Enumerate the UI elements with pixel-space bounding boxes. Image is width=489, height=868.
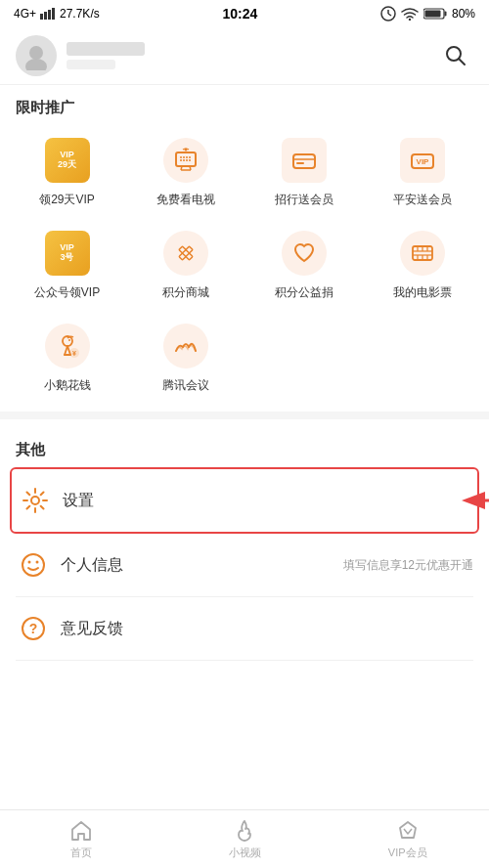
zhaohang-label: 招行送会员 (275, 192, 333, 208)
svg-rect-32 (178, 253, 185, 260)
svg-point-18 (183, 156, 185, 158)
svg-point-24 (189, 159, 191, 161)
svg-rect-10 (424, 11, 440, 18)
vip29-label: 领29天VIP (39, 192, 95, 208)
svg-point-22 (183, 159, 185, 161)
feedback-label: 意见反馈 (61, 619, 473, 639)
svg-line-14 (459, 59, 465, 65)
grid-item-movie[interactable]: 我的电影票 (363, 218, 481, 311)
svg-point-52 (36, 561, 39, 564)
gear-icon-container (18, 483, 53, 518)
promo-grid-row2: VIP3号 公众号领VIP 积分商城 (0, 218, 489, 311)
clock-icon (380, 6, 396, 22)
gear-icon (22, 487, 49, 514)
charity-label: 积分公益捐 (275, 284, 333, 301)
svg-rect-2 (48, 10, 51, 20)
profile-item[interactable]: 个人信息 填写信息享12元优惠开通 (16, 534, 473, 597)
home-label: 首页 (70, 846, 92, 860)
video-label: 小视频 (229, 846, 261, 860)
other-section-title: 其他 (0, 427, 489, 467)
grid-item-freetv[interactable]: 免费看电视 (126, 125, 244, 218)
svg-point-50 (22, 554, 44, 576)
battery-text: 80% (452, 7, 475, 21)
svg-rect-1 (44, 12, 47, 20)
settings-label: 设置 (63, 491, 471, 511)
nav-item-home[interactable]: 首页 (0, 810, 163, 868)
zhaohang-icon (279, 135, 330, 186)
svg-point-19 (186, 156, 188, 158)
svg-rect-0 (40, 14, 43, 20)
speed-text: 27.7K/s (60, 7, 100, 21)
smiley-icon-container (16, 547, 51, 583)
pingan-icon: VIP (397, 135, 448, 186)
xiaohe-label: 小鹅花钱 (44, 377, 91, 394)
profile-label: 个人信息 (61, 555, 343, 576)
status-left: 4G+ 27.7K/s (14, 7, 100, 21)
meeting-label: 腾讯会议 (162, 377, 209, 394)
grid-item-charity[interactable]: 积分公益捐 (244, 218, 363, 311)
header (0, 27, 489, 85)
status-bar: 4G+ 27.7K/s 10:24 80% (0, 0, 489, 27)
svg-line-6 (388, 14, 391, 16)
vip-label: VIP会员 (388, 846, 427, 860)
points-icon (160, 228, 211, 279)
svg-point-7 (409, 19, 411, 21)
svg-rect-25 (293, 154, 315, 168)
grid-item-xiaohe[interactable]: ¥ 小鹅花钱 (8, 311, 126, 404)
settings-item[interactable]: 设置 (10, 467, 479, 534)
svg-point-12 (25, 59, 47, 70)
red-arrow (458, 486, 489, 515)
svg-point-47 (31, 497, 39, 504)
svg-text:?: ? (29, 621, 38, 636)
avatar[interactable] (16, 35, 57, 76)
svg-point-21 (180, 159, 182, 161)
vip29-icon: VIP29天 (42, 135, 93, 186)
promo-section-title: 限时推广 (0, 85, 489, 125)
user-sub-blur (67, 60, 115, 69)
meeting-icon (160, 321, 211, 371)
grid-item-zhaohang[interactable]: 招行送会员 (244, 125, 363, 218)
svg-rect-30 (178, 246, 185, 253)
freetv-icon (160, 135, 211, 186)
profile-sub: 填写信息享12元优惠开通 (343, 557, 473, 574)
question-icon: ? (20, 615, 47, 642)
nav-item-video[interactable]: 小视频 (163, 810, 327, 868)
search-icon (445, 45, 467, 66)
bottom-nav: 首页 小视频 VIP会员 (0, 809, 489, 868)
vip-nav-icon (396, 819, 420, 843)
gzh-vip-label: 公众号领VIP (34, 284, 100, 301)
svg-point-17 (180, 156, 182, 158)
feedback-item[interactable]: ? 意见反馈 (16, 597, 473, 661)
grid-item-vip29[interactable]: VIP29天 领29天VIP (8, 125, 126, 218)
pingan-label: 平安送会员 (393, 192, 452, 208)
svg-point-20 (189, 156, 191, 158)
svg-rect-15 (176, 152, 196, 166)
xiaohe-icon: ¥ (42, 321, 93, 371)
grid-item-meeting[interactable]: 腾讯会议 (126, 311, 244, 404)
promo-grid-row1: VIP29天 领29天VIP (0, 125, 489, 218)
grid-item-gzh-vip[interactable]: VIP3号 公众号领VIP (8, 218, 126, 311)
home-icon (69, 819, 93, 843)
svg-rect-3 (52, 8, 55, 20)
status-right: 80% (380, 6, 475, 22)
movie-icon (397, 228, 448, 279)
search-button[interactable] (438, 38, 473, 73)
question-icon-container: ? (16, 611, 51, 646)
section-divider (0, 412, 489, 419)
charity-icon (279, 228, 330, 279)
battery-icon (423, 8, 447, 20)
freetv-label: 免费看电视 (156, 192, 215, 208)
promo-grid-row3: ¥ 小鹅花钱 腾讯会议 (0, 311, 489, 404)
svg-rect-33 (185, 253, 192, 260)
username-blur (67, 42, 145, 56)
gzh-vip-icon: VIP3号 (42, 228, 93, 279)
points-label: 积分商城 (162, 284, 209, 301)
nav-item-vip[interactable]: VIP会员 (326, 810, 489, 868)
svg-point-11 (29, 46, 43, 60)
grid-item-pingan[interactable]: VIP 平安送会员 (363, 125, 481, 218)
grid-item-points[interactable]: 积分商城 (126, 218, 244, 311)
movie-label: 我的电影票 (393, 284, 452, 301)
carrier-text: 4G+ (14, 7, 36, 21)
signal-icon (40, 8, 56, 20)
header-info (57, 42, 438, 69)
